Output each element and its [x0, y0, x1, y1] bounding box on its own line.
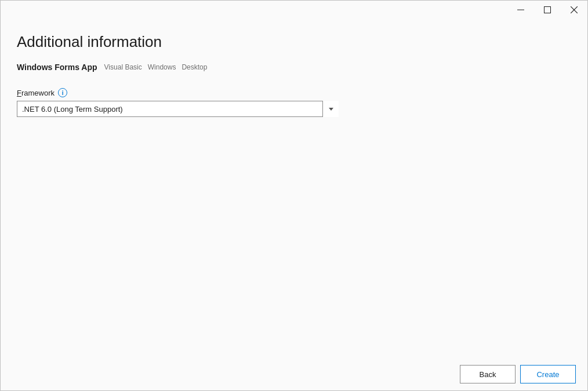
maximize-button[interactable]	[534, 1, 561, 19]
framework-info-icon[interactable]: i	[58, 88, 67, 97]
main-content: Additional information Windows Forms App…	[1, 19, 587, 358]
framework-select-wrapper: .NET 6.0 (Long Term Support) .NET 5.0 .N…	[17, 101, 339, 117]
close-button[interactable]	[561, 1, 587, 19]
framework-label: Framework	[17, 89, 55, 97]
svg-rect-0	[517, 10, 524, 10]
framework-section: Framework i .NET 6.0 (Long Term Support)…	[17, 88, 571, 117]
framework-select[interactable]: .NET 6.0 (Long Term Support) .NET 5.0 .N…	[17, 101, 339, 117]
create-button[interactable]: Create	[520, 365, 576, 383]
breadcrumb-tag-0: Visual Basic	[104, 63, 142, 71]
framework-label-row: Framework i	[17, 88, 571, 97]
svg-rect-1	[545, 7, 551, 13]
breadcrumb-project: Windows Forms App	[17, 63, 97, 72]
breadcrumb: Windows Forms App Visual Basic Windows D…	[17, 63, 571, 72]
page-title: Additional information	[17, 33, 571, 51]
back-button[interactable]: Back	[460, 365, 516, 383]
breadcrumb-tag-2: Desktop	[182, 63, 207, 71]
main-window: Additional information Windows Forms App…	[0, 0, 588, 391]
footer: Back Create	[1, 358, 587, 390]
breadcrumb-tag-1: Windows	[148, 63, 176, 71]
title-bar	[1, 1, 587, 19]
minimize-button[interactable]	[507, 1, 534, 19]
